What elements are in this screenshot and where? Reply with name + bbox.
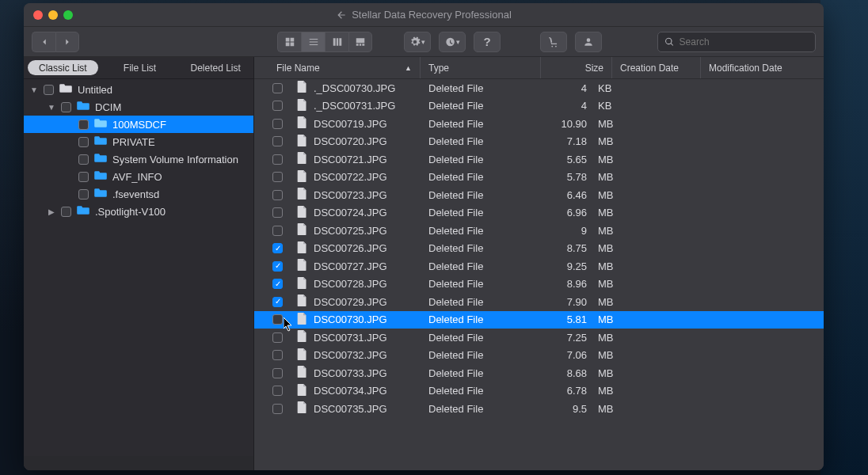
tree-item[interactable]: PRIVATE [24, 133, 253, 150]
history-button[interactable]: ▾ [439, 32, 466, 52]
settings-button[interactable]: ▾ [404, 32, 431, 52]
file-row[interactable]: DSC00722.JPGDeleted File5.78MB [254, 169, 824, 187]
file-row[interactable]: ._DSC00731.JPGDeleted File4KB [254, 97, 824, 116]
col-header-modification-date[interactable]: Modification Date [701, 57, 824, 78]
checkbox[interactable] [272, 368, 283, 378]
tree-item[interactable]: AVF_INFO [24, 168, 253, 185]
tree-item[interactable]: .fseventsd [24, 185, 253, 203]
help-button[interactable]: ? [474, 32, 501, 52]
body: Classic List File List Deleted List ▼Unt… [24, 57, 824, 470]
checkbox[interactable] [78, 154, 89, 165]
tree-item[interactable]: ▼DCIM [24, 98, 253, 116]
file-type: Deleted File [421, 171, 541, 183]
column-headers: File Name ▲ Type Size Creation Date Modi… [254, 57, 824, 79]
checkbox[interactable] [272, 207, 283, 218]
view-list-button[interactable] [301, 32, 325, 52]
nav-forward-button[interactable] [55, 32, 79, 52]
checkbox[interactable] [272, 279, 283, 289]
col-header-creation-date[interactable]: Creation Date [612, 57, 701, 78]
checkbox[interactable] [78, 189, 89, 200]
checkbox[interactable] [272, 226, 283, 236]
file-icon [297, 366, 307, 380]
file-type: Deleted File [421, 385, 541, 397]
file-icon [297, 116, 307, 131]
file-type: Deleted File [421, 154, 541, 165]
file-row[interactable]: DSC00735.JPGDeleted File9.5MB [254, 400, 824, 418]
file-row[interactable]: DSC00726.JPGDeleted File8.75MB [254, 240, 824, 258]
checkbox[interactable] [272, 83, 283, 93]
file-row[interactable]: DSC00734.JPGDeleted File6.78MB [254, 382, 824, 401]
folder-icon [94, 135, 107, 148]
view-grid-button[interactable] [277, 32, 301, 52]
file-list[interactable]: ._DSC00730.JPGDeleted File4KB._DSC00731.… [254, 79, 824, 470]
file-type: Deleted File [421, 189, 541, 201]
checkbox[interactable] [44, 85, 54, 95]
user-button[interactable] [575, 32, 602, 52]
checkbox[interactable] [78, 120, 89, 130]
checkbox[interactable] [272, 297, 283, 307]
tree-item[interactable]: ▶.Spotlight-V100 [24, 203, 253, 220]
file-name: DSC00725.JPG [314, 225, 387, 237]
col-header-name[interactable]: File Name ▲ [254, 57, 421, 78]
checkbox[interactable] [272, 101, 283, 111]
tab-file-list[interactable]: File List [102, 57, 178, 78]
file-size: 7.06 [541, 349, 595, 361]
search-input[interactable] [680, 36, 809, 48]
file-type: Deleted File [421, 260, 541, 272]
view-gallery-button[interactable] [348, 32, 372, 52]
tree-item[interactable]: ▼Untitled [24, 81, 253, 98]
file-row[interactable]: DSC00723.JPGDeleted File6.46MB [254, 186, 824, 204]
checkbox[interactable] [272, 190, 283, 200]
file-row[interactable]: DSC00720.JPGDeleted File7.18MB [254, 133, 824, 151]
file-row[interactable]: DSC00721.JPGDeleted File5.65MB [254, 150, 824, 169]
checkbox[interactable] [272, 172, 283, 182]
checkbox[interactable] [272, 386, 283, 396]
file-row[interactable]: DSC00719.JPGDeleted File10.90MB [254, 115, 824, 133]
tree-item[interactable]: System Volume Information [24, 150, 253, 168]
file-icon [297, 188, 307, 202]
cart-button[interactable] [540, 32, 567, 52]
file-row[interactable]: DSC00733.JPGDeleted File8.68MB [254, 364, 824, 382]
checkbox[interactable] [272, 119, 283, 129]
disclosure-icon[interactable]: ▼ [30, 86, 38, 94]
checkbox[interactable] [61, 207, 71, 217]
col-header-size[interactable]: Size [541, 57, 612, 78]
tab-deleted-list[interactable]: Deleted List [177, 57, 253, 78]
checkbox[interactable] [272, 350, 283, 360]
checkbox[interactable] [61, 102, 71, 112]
disclosure-icon[interactable]: ▶ [48, 207, 55, 216]
checkbox[interactable] [272, 243, 283, 253]
col-header-type[interactable]: Type [421, 57, 541, 78]
checkbox[interactable] [78, 172, 89, 182]
file-row[interactable]: DSC00730.JPGDeleted File5.81MB [254, 311, 824, 329]
file-row[interactable]: DSC00724.JPGDeleted File6.96MB [254, 204, 824, 222]
file-row[interactable]: DSC00728.JPGDeleted File8.96MB [254, 276, 824, 294]
search-box[interactable] [657, 32, 816, 52]
file-size: 8.68 [541, 367, 595, 379]
checkbox[interactable] [272, 136, 283, 146]
tab-classic-list[interactable]: Classic List [28, 60, 98, 75]
file-size-unit: MB [595, 242, 619, 254]
file-row[interactable]: DSC00731.JPGDeleted File7.25MB [254, 329, 824, 347]
nav-back-button[interactable] [32, 32, 55, 52]
checkbox[interactable] [272, 404, 283, 414]
folder-tree[interactable]: ▼Untitled▼DCIM100MSDCFPRIVATESystem Volu… [24, 79, 253, 456]
file-row[interactable]: DSC00732.JPGDeleted File7.06MB [254, 347, 824, 365]
tree-item-label: 100MSDCF [112, 119, 166, 131]
file-name: DSC00734.JPG [314, 385, 387, 397]
file-row[interactable]: ._DSC00730.JPGDeleted File4KB [254, 79, 824, 97]
disclosure-icon[interactable]: ▼ [48, 103, 55, 112]
checkbox[interactable] [272, 261, 283, 272]
file-size-unit: MB [595, 118, 619, 130]
checkbox[interactable] [272, 314, 283, 325]
checkbox[interactable] [78, 137, 89, 147]
tree-item[interactable]: 100MSDCF [24, 116, 253, 133]
checkbox[interactable] [272, 154, 283, 165]
checkbox[interactable] [272, 332, 283, 343]
file-row[interactable]: DSC00727.JPGDeleted File9.25MB [254, 257, 824, 276]
file-row[interactable]: DSC00725.JPGDeleted File9MB [254, 222, 824, 240]
view-columns-button[interactable] [325, 32, 348, 52]
file-icon [297, 81, 307, 95]
file-row[interactable]: DSC00729.JPGDeleted File7.90MB [254, 293, 824, 311]
file-name: DSC00731.JPG [314, 332, 387, 344]
